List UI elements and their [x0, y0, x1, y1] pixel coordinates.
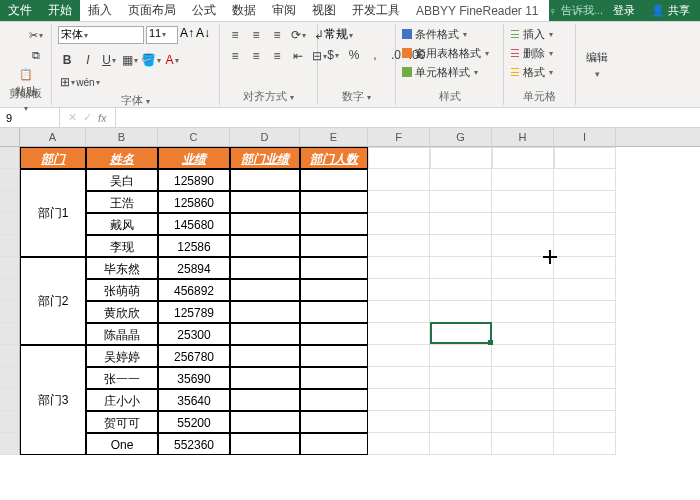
cell[interactable]: [230, 191, 300, 213]
cell[interactable]: [230, 411, 300, 433]
select-all-corner[interactable]: [0, 128, 20, 146]
cell[interactable]: [368, 433, 430, 455]
dept-cell[interactable]: 部门2: [20, 257, 86, 345]
name-cell[interactable]: 王浩: [86, 191, 158, 213]
align-center-icon[interactable]: ≡: [247, 47, 265, 65]
header-cell[interactable]: 部门: [20, 147, 86, 169]
cell[interactable]: [554, 389, 616, 411]
tab-developer[interactable]: 开发工具: [344, 0, 408, 21]
cell[interactable]: [554, 411, 616, 433]
col-header[interactable]: A: [20, 128, 86, 146]
row-header[interactable]: [0, 411, 20, 433]
format-cells-button[interactable]: ☰格式: [510, 64, 553, 80]
cell[interactable]: [492, 367, 554, 389]
copy-icon[interactable]: ⧉: [27, 46, 45, 64]
cell[interactable]: [230, 367, 300, 389]
cell[interactable]: [368, 301, 430, 323]
cell[interactable]: [230, 345, 300, 367]
spreadsheet-grid[interactable]: A B C D E F G H I 部门 姓名 业绩 部门业绩 部门人数 部门1…: [0, 128, 700, 500]
name-cell[interactable]: 戴风: [86, 213, 158, 235]
value-cell[interactable]: 125789: [158, 301, 230, 323]
cell[interactable]: [230, 301, 300, 323]
cell[interactable]: [230, 279, 300, 301]
cell[interactable]: [430, 235, 492, 257]
align-middle-icon[interactable]: ≡: [247, 26, 265, 44]
cell[interactable]: [300, 279, 368, 301]
header-cell[interactable]: 业绩: [158, 147, 230, 169]
conditional-formatting-button[interactable]: 条件格式: [402, 26, 467, 42]
dept-cell[interactable]: 部门1: [20, 169, 86, 257]
cell[interactable]: [300, 169, 368, 191]
tell-me[interactable]: 告诉我...: [561, 3, 603, 18]
cell[interactable]: [492, 235, 554, 257]
cell[interactable]: [430, 169, 492, 191]
header-cell[interactable]: 姓名: [86, 147, 158, 169]
cell[interactable]: [430, 279, 492, 301]
col-header[interactable]: C: [158, 128, 230, 146]
value-cell[interactable]: 35640: [158, 389, 230, 411]
value-cell[interactable]: 25300: [158, 323, 230, 345]
align-right-icon[interactable]: ≡: [268, 47, 286, 65]
cell[interactable]: [230, 169, 300, 191]
border-button[interactable]: ▦: [121, 51, 139, 69]
cell[interactable]: [430, 257, 492, 279]
format-as-table-button[interactable]: 套用表格格式: [402, 45, 489, 61]
decrease-indent-icon[interactable]: ⇤: [289, 47, 307, 65]
row-header[interactable]: [0, 367, 20, 389]
tab-data[interactable]: 数据: [224, 0, 264, 21]
cell[interactable]: [554, 323, 616, 345]
cell[interactable]: [368, 411, 430, 433]
fx-icon[interactable]: fx: [98, 112, 107, 124]
cancel-formula-icon[interactable]: ✕: [68, 111, 77, 124]
cell[interactable]: [230, 213, 300, 235]
row-header[interactable]: [0, 213, 20, 235]
cell[interactable]: [492, 433, 554, 455]
tab-insert[interactable]: 插入: [80, 0, 120, 21]
value-cell[interactable]: 145680: [158, 213, 230, 235]
cell[interactable]: [368, 367, 430, 389]
cell[interactable]: [492, 301, 554, 323]
cell[interactable]: [492, 279, 554, 301]
name-box[interactable]: 9: [0, 108, 60, 127]
tab-abbyy[interactable]: ABBYY FineReader 11: [408, 0, 547, 21]
cell[interactable]: [230, 389, 300, 411]
cell[interactable]: [368, 191, 430, 213]
cell[interactable]: [492, 169, 554, 191]
value-cell[interactable]: 12586: [158, 235, 230, 257]
cell[interactable]: [554, 169, 616, 191]
dept-cell[interactable]: 部门3: [20, 345, 86, 455]
bold-button[interactable]: B: [58, 51, 76, 69]
row-header[interactable]: [0, 191, 20, 213]
name-cell[interactable]: 黄欣欣: [86, 301, 158, 323]
tab-page-layout[interactable]: 页面布局: [120, 0, 184, 21]
cell[interactable]: [230, 235, 300, 257]
row-header[interactable]: [0, 279, 20, 301]
name-cell[interactable]: 毕东然: [86, 257, 158, 279]
cut-icon[interactable]: ✂: [27, 26, 45, 44]
cell[interactable]: [430, 147, 492, 169]
align-top-icon[interactable]: ≡: [226, 26, 244, 44]
value-cell[interactable]: 456892: [158, 279, 230, 301]
cell[interactable]: [554, 433, 616, 455]
col-header[interactable]: F: [368, 128, 430, 146]
col-header[interactable]: H: [492, 128, 554, 146]
cell[interactable]: [430, 191, 492, 213]
cell[interactable]: [492, 323, 554, 345]
cell[interactable]: [554, 213, 616, 235]
increase-font-icon[interactable]: A↑: [180, 26, 194, 44]
value-cell[interactable]: 55200: [158, 411, 230, 433]
insert-cells-button[interactable]: ☰插入: [510, 26, 553, 42]
row-header[interactable]: [0, 147, 20, 169]
align-bottom-icon[interactable]: ≡: [268, 26, 286, 44]
row-header[interactable]: [0, 323, 20, 345]
cell[interactable]: [230, 257, 300, 279]
row-header[interactable]: [0, 433, 20, 455]
cell[interactable]: [554, 191, 616, 213]
row-header[interactable]: [0, 235, 20, 257]
name-cell[interactable]: 庄小小: [86, 389, 158, 411]
cell[interactable]: [492, 257, 554, 279]
tab-view[interactable]: 视图: [304, 0, 344, 21]
tab-formulas[interactable]: 公式: [184, 0, 224, 21]
name-cell[interactable]: 吴婷婷: [86, 345, 158, 367]
cell[interactable]: [492, 191, 554, 213]
